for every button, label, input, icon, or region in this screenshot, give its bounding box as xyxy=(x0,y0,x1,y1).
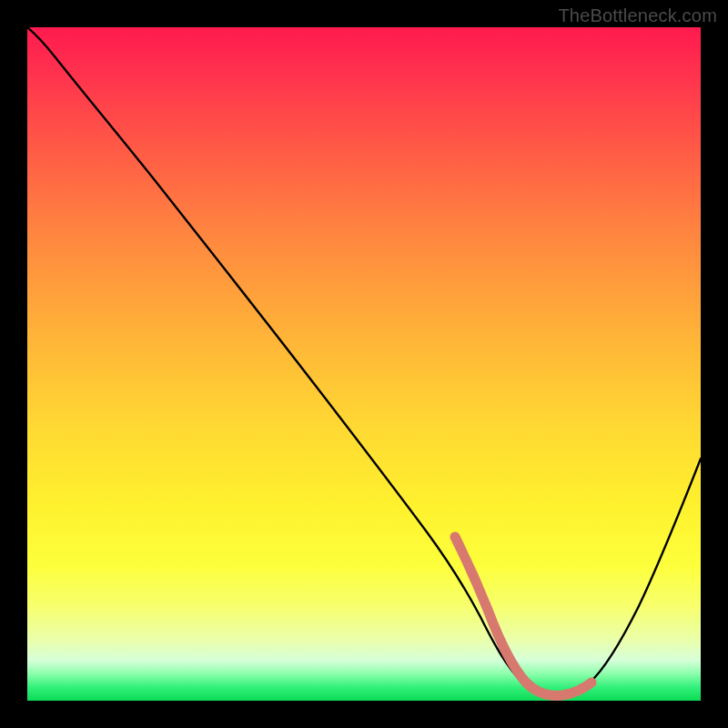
bottleneck-curve xyxy=(27,27,701,694)
curve-svg xyxy=(27,27,701,701)
highlight-start-dot xyxy=(450,532,460,541)
chart-frame: TheBottleneck.com xyxy=(0,0,728,728)
watermark-text: TheBottleneck.com xyxy=(558,5,717,26)
highlight-end-dot xyxy=(587,678,596,687)
highlight-curve xyxy=(455,537,592,695)
plot-area xyxy=(27,27,701,701)
